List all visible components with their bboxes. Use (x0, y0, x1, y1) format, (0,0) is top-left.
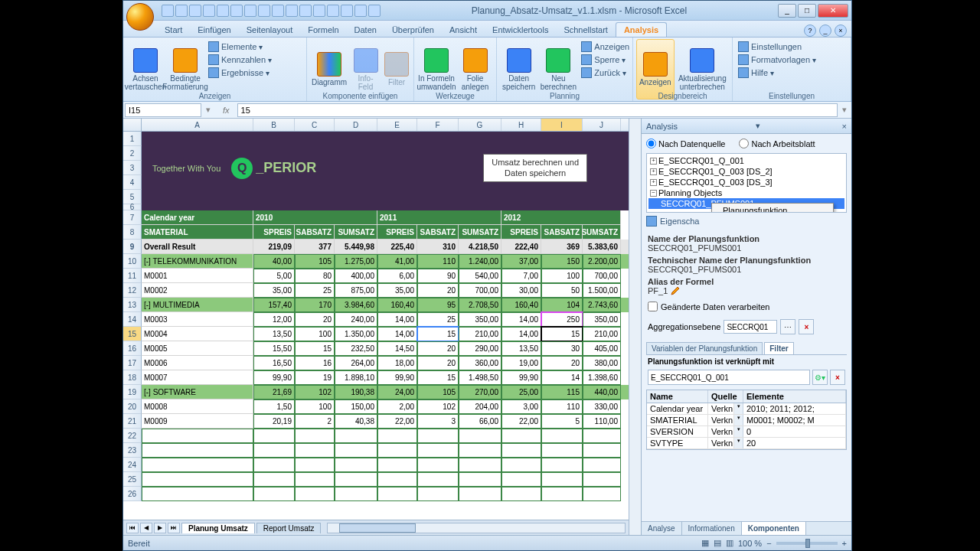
cell[interactable]: 405,00 (583, 341, 621, 356)
name-box[interactable]: I15 (125, 103, 201, 117)
zurueck-button[interactable]: Zurück ▾ (579, 67, 632, 79)
cell[interactable]: 25 (295, 283, 335, 298)
cell[interactable]: SMATERIAL (142, 225, 253, 240)
cell[interactable]: 2011 (377, 210, 501, 225)
bottab-komponenten[interactable]: Komponenten (742, 522, 806, 535)
cell[interactable]: [-] MULTIMEDIA (142, 298, 253, 312)
cell[interactable]: 19 (295, 370, 335, 385)
cell[interactable]: 115 (541, 385, 583, 399)
fx-icon[interactable]: fx (215, 106, 237, 115)
cell[interactable]: 15,50 (253, 341, 295, 356)
cell[interactable]: 15 (541, 327, 583, 341)
row-header[interactable]: 24 (123, 458, 142, 472)
qat-icon[interactable] (244, 5, 256, 17)
ergebnisse-button[interactable]: Ergebnisse ▾ (206, 67, 274, 79)
folie-button[interactable]: Folie anlegen (457, 39, 493, 99)
cell[interactable]: 5.383,60 (583, 240, 621, 254)
cell[interactable]: 80 (295, 269, 335, 283)
cell[interactable]: 25,00 (501, 385, 541, 399)
cell[interactable] (417, 443, 459, 458)
cell[interactable]: 440,00 (583, 385, 621, 399)
tab-einfuegen[interactable]: Einfügen (190, 23, 238, 37)
cell[interactable]: 14,50 (377, 341, 417, 356)
cell[interactable]: 99,90 (501, 370, 541, 385)
achsen-vertauschen-button[interactable]: Achsen vertauschen (126, 39, 165, 99)
cell[interactable]: 18,00 (377, 356, 417, 370)
qat-icon[interactable] (230, 5, 243, 17)
cell[interactable] (295, 429, 335, 443)
cell[interactable] (295, 458, 335, 472)
cell[interactable]: 1.898,10 (335, 370, 377, 385)
cell[interactable] (583, 429, 621, 443)
filter-row[interactable]: SVTYPEVerkn▾20 (647, 438, 846, 449)
qat-icon[interactable] (313, 5, 325, 17)
cell[interactable]: 12,00 (253, 312, 295, 327)
cell[interactable]: 7,00 (501, 269, 541, 283)
minimize-ribbon-icon[interactable]: _ (819, 24, 831, 37)
cell[interactable]: 160,40 (501, 298, 541, 312)
cell[interactable]: 2,00 (377, 399, 417, 414)
cell[interactable] (377, 458, 417, 472)
cell[interactable]: 40,00 (253, 254, 295, 269)
cell[interactable]: M0006 (142, 356, 253, 370)
cell[interactable]: SPREIS (253, 225, 295, 240)
cell[interactable]: 16 (295, 356, 335, 370)
cell[interactable]: M0008 (142, 399, 253, 414)
cell[interactable]: 204,00 (459, 399, 501, 414)
column-header[interactable]: D (335, 119, 377, 131)
qat-icon[interactable] (286, 5, 298, 17)
link-browse-button[interactable]: ⚙▾ (812, 370, 828, 385)
cell[interactable]: 19,00 (501, 356, 541, 370)
cell[interactable]: SUMSATZ (459, 225, 501, 240)
cell[interactable]: 6,00 (377, 269, 417, 283)
qat-icon[interactable] (368, 5, 381, 17)
cell[interactable] (253, 458, 295, 472)
aggregation-input[interactable] (724, 320, 777, 334)
qat-icon[interactable] (299, 5, 312, 17)
cell[interactable] (501, 458, 541, 472)
cell[interactable]: 14,00 (501, 327, 541, 341)
cell[interactable]: 105 (417, 385, 459, 399)
row-header[interactable]: 9 (123, 240, 142, 254)
row-header[interactable]: 11 (123, 269, 142, 283)
cell[interactable]: 350,00 (459, 312, 501, 327)
row-header[interactable]: 7 (123, 210, 142, 225)
help-icon[interactable]: ? (804, 24, 816, 37)
prev-sheet-button[interactable]: ◀ (140, 523, 152, 533)
cell[interactable] (583, 443, 621, 458)
tab-ueberpruefen[interactable]: Überprüfen (384, 23, 442, 37)
cell[interactable]: 2.743,60 (583, 298, 621, 312)
diagramm-button[interactable]: Diagramm (310, 39, 348, 99)
tab-ansicht[interactable]: Ansicht (442, 23, 485, 37)
pane-menu-icon[interactable]: ▾ (756, 121, 760, 131)
cell[interactable]: 66,00 (459, 414, 501, 429)
cell[interactable]: 380,00 (583, 356, 621, 370)
cell[interactable] (253, 443, 295, 458)
cell[interactable]: SUMSATZ (583, 225, 621, 240)
cell[interactable]: 3.984,60 (335, 298, 377, 312)
cell[interactable]: 330,00 (583, 399, 621, 414)
cell[interactable] (417, 429, 459, 443)
tab-analysis[interactable]: Analysis (616, 22, 667, 37)
cell[interactable]: 40,38 (335, 414, 377, 429)
view-normal-icon[interactable]: ▦ (701, 538, 709, 548)
bedingte-formatierung-button[interactable]: Bedingte Formatierung (166, 39, 204, 99)
bottab-analyse[interactable]: Analyse (642, 522, 682, 535)
row-header[interactable]: 18 (123, 370, 142, 385)
cell[interactable]: M0001 (142, 269, 253, 283)
informeln-button[interactable]: In Formeln umwandeln (417, 39, 456, 99)
office-button[interactable] (126, 3, 154, 31)
row-header[interactable]: 15 (123, 327, 142, 341)
cell[interactable] (459, 458, 501, 472)
cell[interactable]: 1,50 (253, 399, 295, 414)
cell[interactable]: 15 (295, 341, 335, 356)
cell[interactable]: 35,00 (253, 283, 295, 298)
cell[interactable]: 150,00 (335, 399, 377, 414)
next-sheet-button[interactable]: ▶ (154, 523, 166, 533)
cell[interactable]: M0005 (142, 341, 253, 356)
cell[interactable]: 100 (295, 327, 335, 341)
cell[interactable]: 13,50 (501, 341, 541, 356)
cell[interactable]: 1.350,00 (335, 327, 377, 341)
cell[interactable]: 400,00 (335, 269, 377, 283)
filter-button[interactable]: Filter (383, 39, 410, 99)
